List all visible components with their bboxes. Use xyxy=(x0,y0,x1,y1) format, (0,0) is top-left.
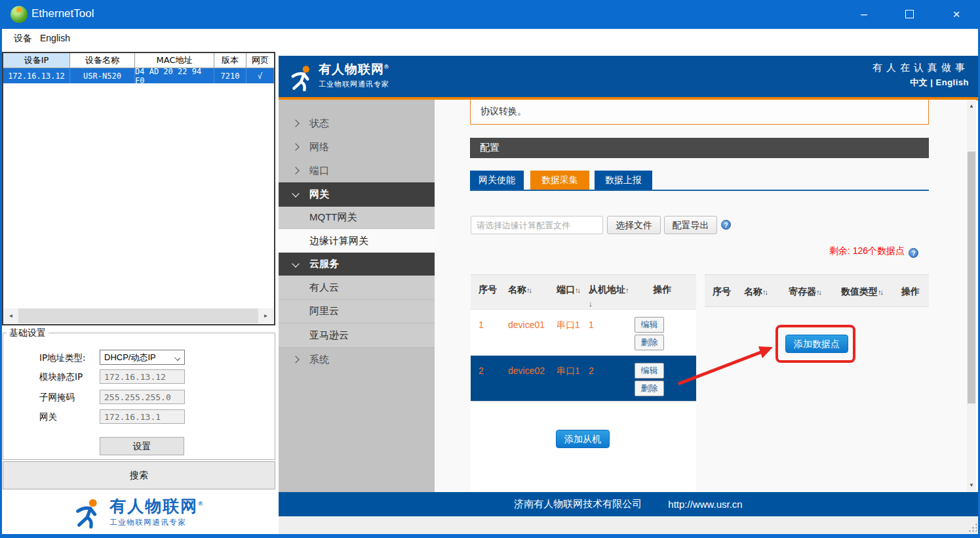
cell-name: device01 xyxy=(508,318,551,331)
device-name-cell: USR-N520 xyxy=(70,68,135,83)
col-actions: 操作 xyxy=(630,283,695,296)
close-button[interactable]: × xyxy=(941,0,971,29)
apply-button[interactable]: 设置 xyxy=(100,437,184,455)
help-icon[interactable]: ? xyxy=(721,220,731,230)
delete-button[interactable]: 删除 xyxy=(635,335,664,350)
scroll-right-icon[interactable]: ► xyxy=(258,308,273,323)
netmask-field[interactable] xyxy=(100,390,185,404)
device-mac-cell: D4 AD 20 22 94 F0 xyxy=(135,68,214,83)
chevron-right-icon xyxy=(292,167,299,174)
menu-bar: 设备 English xyxy=(2,29,978,46)
col-port[interactable]: 端口↑↓ xyxy=(557,283,580,297)
web-header: 有人物联网® 工业物联网通讯专家 有人在认真做事 中文 | English xyxy=(279,56,978,97)
chevron-down-icon xyxy=(292,190,299,197)
sidebar-item-aws-cloud[interactable]: 亚马逊云 xyxy=(279,323,435,348)
scrollbar-thumb[interactable] xyxy=(968,152,975,404)
language-switch[interactable]: 中文 | English xyxy=(910,77,969,89)
web-brand-name: 有人物联网® xyxy=(319,63,389,77)
footer-url[interactable]: http://www.usr.cn xyxy=(668,499,742,510)
ip-type-value: DHCP/动态IP xyxy=(104,352,156,362)
col-no: 序号 xyxy=(479,283,500,296)
webpage-link-icon[interactable]: √ xyxy=(246,68,274,83)
menu-item-english[interactable]: English xyxy=(36,31,74,45)
search-button[interactable]: 搜索 xyxy=(3,461,275,489)
slave-table: 序号 名称↑↓ 端口↑↓ 从机地址↑↓ 操作 1 device01 串口1 1 … xyxy=(471,274,696,501)
red-highlight-box xyxy=(775,325,855,363)
usr-logo: 有人物联网® 工业物联网通讯专家 xyxy=(0,491,277,534)
edit-button[interactable]: 编辑 xyxy=(635,317,664,333)
column-header-device-ip[interactable]: 设备IP xyxy=(3,53,70,68)
tab-data-report[interactable]: 数据上报 xyxy=(595,171,652,190)
gateway-field[interactable] xyxy=(100,409,185,424)
column-header-webpage[interactable]: 网页 xyxy=(246,53,274,68)
web-footer: 济南有人物联网技术有限公司 http://www.usr.cn xyxy=(279,492,978,516)
sidebar-item-network[interactable]: 网络 xyxy=(279,135,435,159)
col-slave-addr[interactable]: 从机地址↑↓ xyxy=(589,283,629,310)
scroll-up-icon[interactable]: ▲ xyxy=(967,101,976,112)
menu-item-device[interactable]: 设备 xyxy=(10,31,36,46)
ip-type-select[interactable]: DHCP/动态IP xyxy=(100,350,185,365)
remaining-points-label: 剩余: 126个数据点 ? xyxy=(697,245,918,258)
application-window: EthernetTool – × 设备 English 设备IP 设备名称 MA… xyxy=(0,0,980,538)
device-row[interactable]: 172.16.13.12 USR-N520 D4 AD 20 22 94 F0 … xyxy=(3,68,274,83)
sidebar-item-edge-gateway[interactable]: 边缘计算网关 xyxy=(279,229,435,253)
slave-row-2-selected[interactable]: 2 device02 串口1 2 编辑 删除 xyxy=(471,356,696,402)
sort-icon: ↑↓ xyxy=(816,288,821,296)
col-name[interactable]: 名称↑↓ xyxy=(744,285,767,299)
gateway-label: 网关 xyxy=(39,411,57,423)
sidebar-item-ali-cloud[interactable]: 阿里云 xyxy=(279,300,435,323)
sidebar-item-mqtt-gateway[interactable]: MQTT网关 xyxy=(279,207,435,229)
usr-logo-icon xyxy=(73,496,104,529)
footer-company: 济南有人物联网技术有限公司 xyxy=(514,498,642,510)
slave-row-1[interactable]: 1 device01 串口1 1 编辑 删除 xyxy=(471,310,696,356)
sort-icon: ↑↓ xyxy=(878,288,882,296)
web-vscrollbar[interactable]: ▲ ▼ xyxy=(967,100,976,492)
chevron-right-icon xyxy=(292,119,299,127)
scroll-left-icon[interactable]: ◄ xyxy=(3,308,18,323)
help-icon[interactable]: ? xyxy=(909,248,918,258)
brand-name: 有人物联网® xyxy=(109,497,204,516)
sidebar-item-gateway[interactable]: 网关 xyxy=(279,182,435,207)
device-list-hscrollbar[interactable]: ◄ ► xyxy=(3,308,273,323)
maximize-button[interactable] xyxy=(895,0,925,29)
device-list-table: 设备IP 设备名称 MAC地址 版本 网页 172.16.13.12 USR-N… xyxy=(2,52,275,325)
col-register[interactable]: 寄存器↑↓ xyxy=(789,285,821,299)
cell-no: 2 xyxy=(479,364,500,377)
sort-icon: ↑↓ xyxy=(575,286,579,294)
export-config-button[interactable]: 配置导出 xyxy=(664,216,717,234)
slave-table-header: 序号 名称↑↓ 端口↑↓ 从机地址↑↓ 操作 xyxy=(471,274,696,310)
chevron-right-icon xyxy=(292,356,299,363)
add-slave-button[interactable]: 添加从机 xyxy=(556,430,610,448)
cell-addr: 1 xyxy=(589,318,629,331)
cell-no: 1 xyxy=(479,318,500,331)
cell-port: 串口1 xyxy=(557,364,580,377)
web-brand-slogan: 工业物联网通讯专家 xyxy=(319,79,389,89)
point-table-header: 序号 名称↑↓ 寄存器↑↓ 数值类型↑↓ 操作 xyxy=(705,274,929,307)
column-header-device-name[interactable]: 设备名称 xyxy=(70,53,135,68)
footer-gray-strip xyxy=(279,516,978,534)
col-value-type[interactable]: 数值类型↑↓ xyxy=(841,285,882,299)
static-ip-field[interactable] xyxy=(100,369,185,384)
header-motto: 有人在认真做事 xyxy=(872,62,969,74)
cell-addr: 2 xyxy=(589,364,629,377)
minimize-icon: – xyxy=(861,8,867,20)
edit-button[interactable]: 编辑 xyxy=(635,363,664,379)
config-file-input[interactable] xyxy=(471,216,603,234)
delete-button[interactable]: 删除 xyxy=(635,381,664,396)
column-header-version[interactable]: 版本 xyxy=(214,53,246,68)
sidebar-item-port[interactable]: 端口 xyxy=(279,159,435,182)
sidebar-item-system[interactable]: 系统 xyxy=(279,348,435,372)
choose-file-button[interactable]: 选择文件 xyxy=(607,216,661,234)
sidebar-item-cloud[interactable]: 云服务 xyxy=(279,253,435,276)
tab-data-collection[interactable]: 数据采集 xyxy=(530,171,589,190)
scroll-down-icon[interactable]: ▼ xyxy=(967,480,976,491)
device-version-cell: 7210 xyxy=(214,68,246,83)
minimize-button[interactable]: – xyxy=(849,0,879,29)
tab-gateway-enable[interactable]: 网关使能 xyxy=(470,171,524,190)
brand-slogan: 工业物联网通讯专家 xyxy=(109,518,204,528)
sidebar-item-status[interactable]: 状态 xyxy=(279,112,435,135)
window-border-bottom xyxy=(0,534,980,538)
sidebar-item-usr-cloud[interactable]: 有人云 xyxy=(279,276,435,300)
col-name[interactable]: 名称↑↓ xyxy=(508,283,551,297)
netmask-label: 子网掩码 xyxy=(39,392,75,404)
